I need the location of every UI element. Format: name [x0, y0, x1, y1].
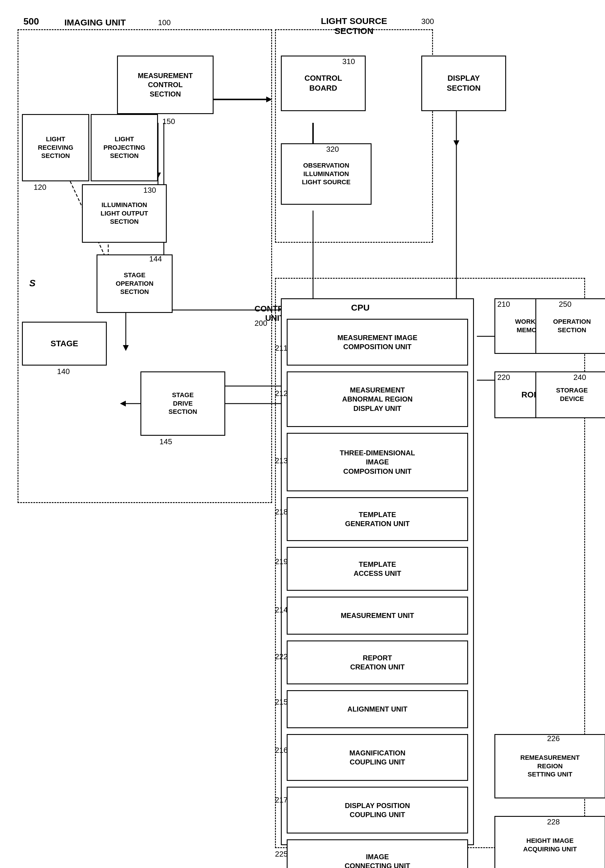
report-creation-unit: REPORTCREATION UNIT: [287, 640, 468, 684]
imaging-unit-ref: 100: [158, 18, 171, 27]
mu-ref: 214: [275, 605, 288, 614]
tgu-ref: 218: [275, 507, 288, 516]
wm-ref: 210: [497, 300, 510, 309]
diagram: 500 IMAGING UNIT 100 LIGHT SOURCESECTION…: [0, 0, 605, 868]
oils-ref: 320: [326, 145, 339, 154]
icu-ref: 225: [275, 849, 288, 859]
diagram-number: 500: [23, 16, 39, 27]
rrsu-ref: 226: [547, 734, 560, 743]
display-section: DISPLAYSECTION: [421, 56, 506, 111]
image-connecting-unit: IMAGECONNECTING UNIT: [287, 839, 468, 868]
mcu-ref: 216: [275, 746, 288, 755]
magnification-coupling-unit: MAGNIFICATIONCOUPLING UNIT: [287, 734, 468, 781]
mardu-ref: 212: [275, 389, 288, 398]
rom-ref: 220: [497, 373, 510, 382]
stage-ref: 140: [57, 367, 70, 376]
measurement-control-section: MEASUREMENTCONTROLSECTION: [117, 56, 214, 114]
sos-ref: 144: [149, 254, 162, 264]
light-source-ref: 300: [421, 17, 434, 26]
ilos-ref: 130: [143, 186, 156, 195]
template-generation-unit: TEMPLATEGENERATION UNIT: [287, 497, 468, 541]
tau-ref: 219: [275, 557, 288, 566]
light-projecting-section: LIGHTPROJECTINGSECTION: [91, 114, 158, 181]
hiau-ref: 228: [547, 817, 560, 826]
three-dimensional-image-composition-unit: THREE-DIMENSIONALIMAGECOMPOSITION UNIT: [287, 433, 468, 491]
measurement-image-composition-unit: MEASUREMENT IMAGECOMPOSITION UNIT: [287, 319, 468, 366]
mcs-ref: 150: [162, 117, 175, 126]
control-unit-ref: 200: [254, 319, 267, 328]
stage-drive-section: STAGEDRIVESECTION: [140, 371, 225, 436]
s-label: S: [29, 278, 36, 289]
imaging-unit-label: IMAGING UNIT: [64, 17, 126, 28]
os-ref: 250: [559, 300, 571, 309]
dpcu-ref: 217: [275, 795, 288, 804]
light-source-label: LIGHT SOURCESECTION: [287, 16, 421, 36]
tdicu-ref: 213: [275, 456, 288, 465]
measurement-abnormal-region-display-unit: MEASUREMENTABNORMAL REGIONDISPLAY UNIT: [287, 371, 468, 427]
display-position-coupling-unit: DISPLAY POSITIONCOUPLING UNIT: [287, 787, 468, 834]
storage-device: STORAGEDEVICE: [535, 371, 605, 418]
alignment-unit: ALIGNMENT UNIT: [287, 690, 468, 728]
rcu-ref: 222: [275, 652, 288, 661]
measurement-unit: MEASUREMENT UNIT: [287, 597, 468, 635]
micu-ref: 211: [275, 344, 288, 353]
light-receiving-section: LIGHTRECEIVINGSECTION: [22, 114, 89, 181]
au-ref: 215: [275, 698, 288, 707]
stage: STAGE: [22, 322, 107, 366]
remeasurement-region-setting-unit: REMEASUREMENTREGIONSETTING UNIT: [495, 734, 605, 798]
sd-ref: 240: [573, 373, 586, 382]
template-access-unit: TEMPLATEACCESS UNIT: [287, 547, 468, 591]
cpu-label: CPU: [351, 303, 369, 313]
svg-marker-28: [453, 140, 459, 146]
cb-ref: 310: [342, 57, 355, 66]
sds-ref: 145: [160, 437, 172, 446]
lrs-ref: 120: [34, 183, 46, 192]
